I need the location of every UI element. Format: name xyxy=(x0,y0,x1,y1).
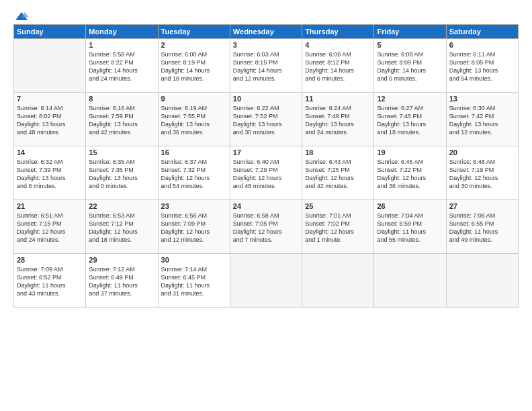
calendar-cell: 12Sunrise: 6:27 AM Sunset: 7:45 PM Dayli… xyxy=(374,93,446,146)
calendar-week-row: 21Sunrise: 6:51 AM Sunset: 7:15 PM Dayli… xyxy=(14,200,519,254)
calendar-cell: 11Sunrise: 6:24 AM Sunset: 7:49 PM Dayli… xyxy=(302,93,374,146)
calendar-cell: 6Sunrise: 6:11 AM Sunset: 8:05 PM Daylig… xyxy=(446,39,518,93)
cell-content: Sunrise: 6:22 AM Sunset: 7:52 PM Dayligh… xyxy=(233,104,299,137)
cell-content: Sunrise: 7:06 AM Sunset: 6:55 PM Dayligh… xyxy=(449,212,515,244)
weekday-header: Sunday xyxy=(14,25,86,39)
calendar-cell: 19Sunrise: 6:45 AM Sunset: 7:22 PM Dayli… xyxy=(374,146,446,200)
calendar-cell: 2Sunrise: 6:00 AM Sunset: 8:19 PM Daylig… xyxy=(158,39,230,93)
cell-content: Sunrise: 6:14 AM Sunset: 8:02 PM Dayligh… xyxy=(17,104,83,137)
day-number: 7 xyxy=(17,95,83,103)
calendar-cell: 13Sunrise: 6:30 AM Sunset: 7:42 PM Dayli… xyxy=(446,93,518,146)
day-number: 3 xyxy=(233,41,299,49)
calendar-cell: 15Sunrise: 6:35 AM Sunset: 7:35 PM Dayli… xyxy=(86,146,158,200)
cell-content: Sunrise: 6:06 AM Sunset: 8:12 PM Dayligh… xyxy=(305,50,371,83)
calendar-cell: 22Sunrise: 6:53 AM Sunset: 7:12 PM Dayli… xyxy=(86,200,158,254)
header-row: SundayMondayTuesdayWednesdayThursdayFrid… xyxy=(14,25,519,39)
cell-content: Sunrise: 6:58 AM Sunset: 7:05 PM Dayligh… xyxy=(233,212,299,244)
calendar-cell: 1Sunrise: 5:58 AM Sunset: 8:22 PM Daylig… xyxy=(86,39,158,93)
cell-content: Sunrise: 7:14 AM Sunset: 6:45 PM Dayligh… xyxy=(161,265,227,298)
cell-content: Sunrise: 6:19 AM Sunset: 7:55 PM Dayligh… xyxy=(161,104,227,137)
cell-content: Sunrise: 6:32 AM Sunset: 7:39 PM Dayligh… xyxy=(17,158,83,191)
calendar-cell: 20Sunrise: 6:48 AM Sunset: 7:19 PM Dayli… xyxy=(446,146,518,200)
cell-content: Sunrise: 7:09 AM Sunset: 6:52 PM Dayligh… xyxy=(17,265,83,298)
calendar-cell: 5Sunrise: 6:08 AM Sunset: 8:09 PM Daylig… xyxy=(374,39,446,93)
cell-content: Sunrise: 6:03 AM Sunset: 8:15 PM Dayligh… xyxy=(233,50,299,83)
day-number: 11 xyxy=(305,95,371,103)
cell-content: Sunrise: 7:01 AM Sunset: 7:02 PM Dayligh… xyxy=(305,212,371,244)
day-number: 18 xyxy=(305,148,371,156)
cell-content: Sunrise: 6:16 AM Sunset: 7:59 PM Dayligh… xyxy=(89,104,154,137)
day-number: 8 xyxy=(89,95,154,103)
cell-content: Sunrise: 6:56 AM Sunset: 7:09 PM Dayligh… xyxy=(161,212,227,244)
calendar-cell xyxy=(302,254,374,308)
day-number: 10 xyxy=(233,95,299,103)
calendar-cell xyxy=(446,254,518,308)
cell-content: Sunrise: 6:24 AM Sunset: 7:49 PM Dayligh… xyxy=(305,104,371,137)
calendar-cell: 28Sunrise: 7:09 AM Sunset: 6:52 PM Dayli… xyxy=(14,254,86,308)
day-number: 16 xyxy=(161,148,227,156)
header xyxy=(13,11,519,19)
day-number: 13 xyxy=(449,95,515,103)
page: SundayMondayTuesdayWednesdayThursdayFrid… xyxy=(0,0,532,411)
cell-content: Sunrise: 7:04 AM Sunset: 6:59 PM Dayligh… xyxy=(377,212,443,244)
cell-content: Sunrise: 5:58 AM Sunset: 8:22 PM Dayligh… xyxy=(89,50,154,83)
calendar-cell: 26Sunrise: 7:04 AM Sunset: 6:59 PM Dayli… xyxy=(374,200,446,254)
cell-content: Sunrise: 6:53 AM Sunset: 7:12 PM Dayligh… xyxy=(89,212,154,244)
cell-content: Sunrise: 6:51 AM Sunset: 7:15 PM Dayligh… xyxy=(17,212,83,244)
cell-content: Sunrise: 6:40 AM Sunset: 7:29 PM Dayligh… xyxy=(233,158,299,191)
calendar-cell: 18Sunrise: 6:43 AM Sunset: 7:25 PM Dayli… xyxy=(302,146,374,200)
calendar-cell: 30Sunrise: 7:14 AM Sunset: 6:45 PM Dayli… xyxy=(158,254,230,308)
calendar-cell: 25Sunrise: 7:01 AM Sunset: 7:02 PM Dayli… xyxy=(302,200,374,254)
weekday-header: Monday xyxy=(86,25,158,39)
day-number: 24 xyxy=(233,202,299,210)
calendar-week-row: 1Sunrise: 5:58 AM Sunset: 8:22 PM Daylig… xyxy=(14,39,519,93)
logo-icon xyxy=(14,11,29,21)
calendar-cell: 23Sunrise: 6:56 AM Sunset: 7:09 PM Dayli… xyxy=(158,200,230,254)
calendar-week-row: 7Sunrise: 6:14 AM Sunset: 8:02 PM Daylig… xyxy=(14,93,519,146)
cell-content: Sunrise: 6:35 AM Sunset: 7:35 PM Dayligh… xyxy=(89,158,154,191)
cell-content: Sunrise: 6:11 AM Sunset: 8:05 PM Dayligh… xyxy=(449,50,515,83)
calendar-cell: 21Sunrise: 6:51 AM Sunset: 7:15 PM Dayli… xyxy=(14,200,86,254)
calendar-cell: 16Sunrise: 6:37 AM Sunset: 7:32 PM Dayli… xyxy=(158,146,230,200)
cell-content: Sunrise: 6:00 AM Sunset: 8:19 PM Dayligh… xyxy=(161,50,227,83)
cell-content: Sunrise: 6:37 AM Sunset: 7:32 PM Dayligh… xyxy=(161,158,227,191)
calendar-cell: 24Sunrise: 6:58 AM Sunset: 7:05 PM Dayli… xyxy=(230,200,302,254)
calendar-cell xyxy=(374,254,446,308)
calendar-cell: 7Sunrise: 6:14 AM Sunset: 8:02 PM Daylig… xyxy=(14,93,86,146)
day-number: 6 xyxy=(449,41,515,49)
cell-content: Sunrise: 6:45 AM Sunset: 7:22 PM Dayligh… xyxy=(377,158,443,191)
cell-content: Sunrise: 6:08 AM Sunset: 8:09 PM Dayligh… xyxy=(377,50,443,83)
day-number: 23 xyxy=(161,202,227,210)
cell-content: Sunrise: 7:12 AM Sunset: 6:49 PM Dayligh… xyxy=(89,265,154,298)
calendar-cell: 27Sunrise: 7:06 AM Sunset: 6:55 PM Dayli… xyxy=(446,200,518,254)
calendar-week-row: 28Sunrise: 7:09 AM Sunset: 6:52 PM Dayli… xyxy=(14,254,519,308)
weekday-header: Thursday xyxy=(302,25,374,39)
calendar-cell: 14Sunrise: 6:32 AM Sunset: 7:39 PM Dayli… xyxy=(14,146,86,200)
day-number: 5 xyxy=(377,41,443,49)
day-number: 1 xyxy=(89,41,154,49)
day-number: 4 xyxy=(305,41,371,49)
day-number: 28 xyxy=(17,256,83,264)
day-number: 17 xyxy=(233,148,299,156)
day-number: 21 xyxy=(17,202,83,210)
day-number: 12 xyxy=(377,95,443,103)
calendar-cell: 8Sunrise: 6:16 AM Sunset: 7:59 PM Daylig… xyxy=(86,93,158,146)
calendar-cell: 4Sunrise: 6:06 AM Sunset: 8:12 PM Daylig… xyxy=(302,39,374,93)
calendar-week-row: 14Sunrise: 6:32 AM Sunset: 7:39 PM Dayli… xyxy=(14,146,519,200)
weekday-header: Friday xyxy=(374,25,446,39)
weekday-header: Saturday xyxy=(446,25,518,39)
day-number: 27 xyxy=(449,202,515,210)
day-number: 15 xyxy=(89,148,154,156)
calendar-cell: 3Sunrise: 6:03 AM Sunset: 8:15 PM Daylig… xyxy=(230,39,302,93)
day-number: 14 xyxy=(17,148,83,156)
calendar-cell: 9Sunrise: 6:19 AM Sunset: 7:55 PM Daylig… xyxy=(158,93,230,146)
calendar-cell: 17Sunrise: 6:40 AM Sunset: 7:29 PM Dayli… xyxy=(230,146,302,200)
cell-content: Sunrise: 6:43 AM Sunset: 7:25 PM Dayligh… xyxy=(305,158,371,191)
cell-content: Sunrise: 6:30 AM Sunset: 7:42 PM Dayligh… xyxy=(449,104,515,137)
day-number: 20 xyxy=(449,148,515,156)
day-number: 26 xyxy=(377,202,443,210)
weekday-header: Wednesday xyxy=(230,25,302,39)
calendar-cell xyxy=(14,39,86,93)
day-number: 2 xyxy=(161,41,227,49)
day-number: 22 xyxy=(89,202,154,210)
